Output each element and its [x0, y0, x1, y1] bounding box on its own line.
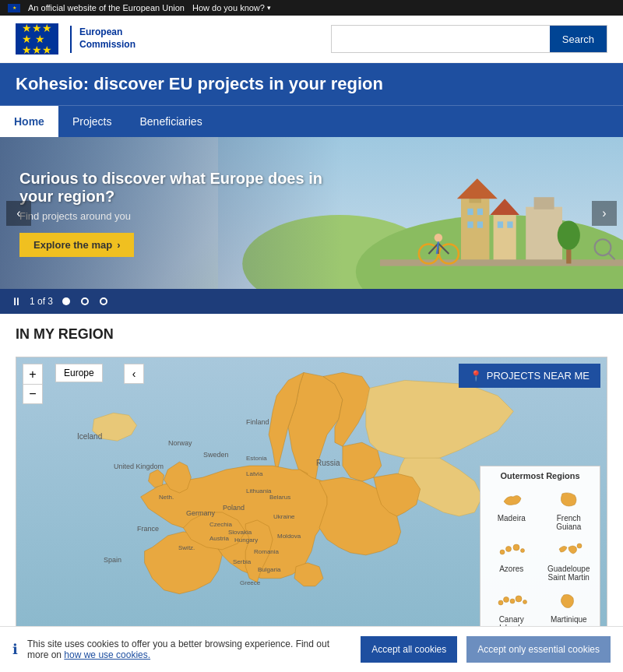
- svg-rect-3: [461, 199, 489, 263]
- martinique-shape: [551, 586, 586, 614]
- region-azores[interactable]: Azores: [485, 536, 538, 582]
- logo-area: ★★★★ ★★★★ European Commission: [16, 23, 136, 55]
- svg-rect-13: [477, 221, 483, 227]
- search-area: Search: [331, 25, 607, 53]
- svg-rect-14: [498, 221, 503, 227]
- nav-item-projects[interactable]: Projects: [58, 106, 126, 137]
- eu-stars: ★★★★ ★★★★: [22, 23, 52, 55]
- region-french-guiana[interactable]: FrenchGuiana: [543, 485, 596, 531]
- azores-shape: [494, 536, 529, 563]
- madeira-label: Madeira: [498, 514, 526, 522]
- martinique-svg: [553, 589, 584, 612]
- accept-all-cookies-button[interactable]: Accept all cookies: [361, 636, 457, 660]
- outermost-title: Outermost Regions: [485, 471, 595, 480]
- svg-rect-12: [467, 221, 473, 227]
- svg-rect-9: [534, 197, 554, 209]
- site-banner: Kohesio: discover EU projects in your re…: [0, 63, 623, 105]
- svg-point-29: [500, 550, 505, 554]
- map-back-button[interactable]: ‹: [124, 364, 144, 384]
- search-input[interactable]: [332, 26, 550, 52]
- projects-near-me-label: PROJECTS NEAR ME: [487, 370, 590, 382]
- commission-label: European Commission: [79, 26, 136, 51]
- svg-rect-8: [526, 207, 562, 264]
- cookie-text: This site uses cookies to offer you a be…: [27, 639, 351, 660]
- carousel-pause-button[interactable]: ⏸: [11, 295, 22, 308]
- map-container: + − Europe ‹ 📍 PROJECTS NEAR ME Iceland …: [16, 357, 607, 645]
- pin-icon: 📍: [470, 370, 482, 382]
- projects-near-me-button[interactable]: 📍 PROJECTS NEAR ME: [459, 364, 600, 388]
- site-title: Kohesio: discover EU projects in your re…: [16, 74, 607, 94]
- svg-rect-15: [507, 221, 512, 227]
- svg-rect-16: [380, 259, 623, 266]
- madeira-svg: [496, 487, 527, 511]
- guadeloupe-svg: [553, 538, 584, 561]
- region-madeira[interactable]: Madeira: [485, 485, 538, 531]
- how-do-you-know-label: How do you know?: [192, 3, 265, 12]
- europe-filter-button[interactable]: Europe: [55, 364, 103, 382]
- outermost-regions-grid: Madeira FrenchGuiana: [485, 485, 595, 632]
- region-guadeloupe[interactable]: GuadeloupeSaint Martin: [543, 536, 596, 582]
- explore-map-button[interactable]: Explore the map ›: [19, 233, 134, 257]
- carousel-title: Curious to discover what Europe does in …: [19, 170, 323, 206]
- svg-point-38: [523, 600, 526, 603]
- chevron-down-icon: ▾: [267, 4, 271, 12]
- explore-map-label: Explore the map: [33, 239, 112, 251]
- carousel-prev-button[interactable]: ‹: [6, 201, 31, 226]
- french-guiana-label: FrenchGuiana: [556, 514, 581, 531]
- svg-point-36: [510, 599, 515, 603]
- in-my-region-section: IN MY REGION: [0, 314, 623, 357]
- nav-item-home[interactable]: Home: [0, 106, 58, 137]
- guadeloupe-shape: [551, 536, 586, 563]
- explore-map-arrow-icon: ›: [117, 239, 120, 251]
- carousel-next-button[interactable]: ›: [592, 201, 617, 226]
- carousel-slide-indicator: 1 of 3: [30, 296, 53, 307]
- map-zoom-controls: + −: [23, 364, 43, 404]
- french-guiana-shape: [551, 485, 586, 512]
- eu-logo: ★★★★ ★★★★: [16, 23, 58, 55]
- svg-point-34: [498, 600, 503, 605]
- carousel-controls-bar: ⏸ 1 of 3: [0, 289, 623, 314]
- hero-carousel: Curious to discover what Europe does in …: [0, 137, 623, 289]
- canary-islands-shape: [494, 586, 529, 614]
- zoom-in-button[interactable]: +: [23, 364, 43, 384]
- svg-rect-10: [467, 209, 473, 215]
- main-nav: Home Projects Beneficiaries: [0, 105, 623, 137]
- outermost-regions-panel: Outermost Regions Madeira FrenchGuiana: [480, 466, 600, 638]
- svg-point-22: [435, 234, 442, 241]
- cookie-consent-bar: ℹ This site uses cookies to offer you a …: [0, 626, 623, 660]
- madeira-shape: [494, 485, 529, 512]
- official-text: An official website of the European Unio…: [28, 3, 185, 12]
- zoom-out-button[interactable]: −: [23, 384, 43, 404]
- svg-point-33: [577, 544, 582, 548]
- svg-point-37: [516, 596, 522, 602]
- logo-line2: Commission: [79, 39, 136, 50]
- svg-point-32: [520, 548, 524, 552]
- svg-point-25: [558, 220, 580, 249]
- how-do-you-know-link[interactable]: How do you know? ▾: [192, 3, 271, 12]
- top-bar: ★ An official website of the European Un…: [0, 0, 623, 16]
- martinique-label: Martinique: [551, 615, 587, 624]
- guadeloupe-label: GuadeloupeSaint Martin: [547, 565, 590, 582]
- svg-rect-11: [477, 209, 483, 215]
- header: ★★★★ ★★★★ European Commission Search: [0, 16, 623, 63]
- azores-svg: [496, 538, 527, 561]
- carousel-dot-3[interactable]: [100, 297, 107, 305]
- svg-point-35: [503, 596, 509, 602]
- cookie-learn-more-link[interactable]: how we use cookies.: [64, 649, 150, 660]
- logo-line1: European: [79, 26, 122, 37]
- svg-point-31: [513, 544, 519, 551]
- carousel-overlay: Curious to discover what Europe does in …: [0, 137, 343, 289]
- carousel-dot-2[interactable]: [81, 297, 89, 305]
- azores-label: Azores: [499, 565, 523, 573]
- eu-flag-small: ★: [8, 4, 20, 12]
- logo-divider: [70, 26, 72, 53]
- cookie-info-icon: ℹ: [12, 641, 18, 658]
- carousel-dot-1[interactable]: [62, 297, 70, 305]
- carousel-subtitle: Find projects around you: [19, 210, 323, 222]
- canary-svg: [496, 589, 527, 612]
- search-button[interactable]: Search: [550, 26, 607, 52]
- nav-item-beneficiaries[interactable]: Beneficiaries: [125, 106, 216, 137]
- french-guiana-svg: [553, 487, 584, 511]
- accept-essential-cookies-button[interactable]: Accept only essential cookies: [466, 636, 611, 660]
- section-title: IN MY REGION: [16, 326, 607, 343]
